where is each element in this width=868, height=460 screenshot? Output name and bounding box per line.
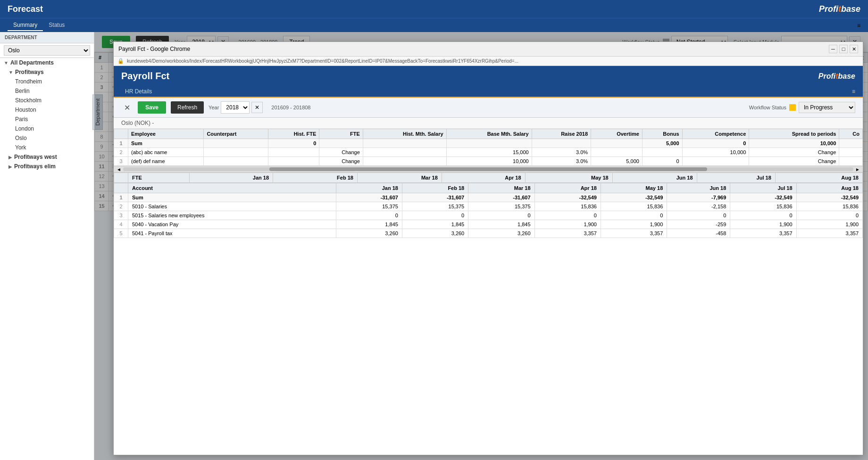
hr-col-employee: Employee [128, 129, 204, 139]
hr-cell: 10,000 [749, 139, 839, 148]
hr-cell [204, 148, 268, 157]
tree-item-berlin[interactable]: Berlin [0, 86, 94, 96]
acct-col-feb: Feb 18 [402, 183, 468, 193]
oslo-label: Oslo (NOK) - [114, 118, 863, 129]
modal-close-button[interactable]: ✕ [850, 45, 858, 53]
inner-close-button[interactable]: ✕ [121, 102, 133, 113]
period-col-jun: Jun 18 [612, 173, 697, 183]
dept-select[interactable]: Oslo [4, 45, 90, 56]
account-table-row: 55041 - Payroll tax3,2603,2603,2603,3573… [114, 229, 863, 238]
tree-item-stockholm[interactable]: Stockholm [0, 96, 94, 105]
tree-item-trondheim[interactable]: Trondheim [0, 77, 94, 86]
payroll-header: Payroll Fct Profitbase [114, 66, 863, 86]
inner-refresh-button[interactable]: Refresh [171, 101, 204, 114]
account-cell: 0 [402, 211, 468, 220]
inner-year-group: Year 2018 ✕ [209, 101, 263, 114]
account-cell: 1 [114, 193, 128, 202]
hr-col-counterpart: Counterpart [204, 129, 268, 139]
tree-item-profitways[interactable]: ▼ Profitways [0, 67, 94, 77]
account-cell: 5040 - Vacation Pay [128, 220, 336, 229]
tree-item-oslo[interactable]: Oslo [0, 133, 94, 143]
hr-cell: 10,000 [446, 157, 532, 166]
account-cell: 1,900 [601, 220, 667, 229]
tree-label: All Departments [10, 59, 54, 66]
acct-col-apr: Apr 18 [534, 183, 601, 193]
hr-table-row: 1Sum05,000010,000 [114, 139, 863, 148]
hr-col-bonus: Bonus [642, 129, 682, 139]
tree-item-profitways-elim[interactable]: ▶ Profitways elim [0, 162, 94, 171]
modal-url-text: kundeweb4/Demo/workbooks/Index/ForecastH… [127, 58, 518, 64]
hr-cell: 10,000 [682, 148, 749, 157]
inner-year-clear[interactable]: ✕ [251, 102, 263, 113]
scrollbar-thumb [269, 167, 708, 171]
hr-cell [204, 139, 268, 148]
hr-cell [204, 157, 268, 166]
payroll-nav: HR Details ≡ [114, 86, 863, 98]
scroll-right-btn[interactable]: ► [853, 167, 862, 172]
account-cell: 1,900 [730, 220, 796, 229]
payroll-nav-menu[interactable]: ≡ [852, 88, 855, 95]
hamburger-menu[interactable]: ≡ [857, 22, 860, 29]
tree-item-paris[interactable]: Paris [0, 115, 94, 124]
dept-select-wrapper: Oslo [0, 43, 94, 58]
tree-item-york[interactable]: York [0, 143, 94, 152]
account-cell: -7,969 [667, 193, 730, 202]
hr-col-raise: Raise 2018 [532, 129, 591, 139]
hr-cell: 0 [268, 139, 319, 148]
account-cell: 15,375 [336, 202, 402, 211]
hr-cell: 5,000 [591, 157, 643, 166]
modal-maximize-button[interactable]: □ [839, 45, 848, 53]
hr-cell [532, 139, 591, 148]
tree-item-houston[interactable]: Houston [0, 105, 94, 115]
period-table-wrapper: FTE Jan 18 Feb 18 Mar 18 Apr 18 May 18 J… [114, 172, 863, 183]
modal-browser-title: Payroll Fct - Google Chrome [118, 46, 190, 52]
hr-details-link[interactable]: HR Details [121, 86, 156, 98]
account-cell: 0 [601, 211, 667, 220]
modal-titlebar: Payroll Fct - Google Chrome ─ □ ✕ [114, 42, 863, 57]
inner-workflow-label: Workflow Status [749, 105, 786, 110]
hr-cell [682, 157, 749, 166]
hr-cell [363, 157, 446, 166]
hr-cell: 5,000 [642, 139, 682, 148]
hr-cell [268, 148, 319, 157]
hr-col-co: Co [839, 129, 863, 139]
hr-cell: 3 [114, 157, 128, 166]
account-cell: 5 [114, 229, 128, 238]
account-table-row: 25010 - Salaries15,37515,37515,37515,836… [114, 202, 863, 211]
toggle-pw-elim: ▶ [8, 164, 12, 169]
account-cell: -31,607 [402, 193, 468, 202]
tab-summary[interactable]: Summary [8, 20, 43, 31]
hr-col-competence: Competence [682, 129, 749, 139]
hr-cell [363, 148, 446, 157]
account-cell: 5041 - Payroll tax [128, 229, 336, 238]
modal-minimize-button[interactable]: ─ [829, 45, 837, 53]
hr-cell: Change [319, 157, 363, 166]
account-cell: -31,607 [468, 193, 534, 202]
tree-item-profitways-west[interactable]: ▶ Profitways west [0, 152, 94, 162]
modal-titlebar-buttons: ─ □ ✕ [829, 45, 858, 53]
tree-label-trondheim: Trondheim [15, 78, 42, 85]
hr-cell: 1 [114, 139, 128, 148]
inner-status-select[interactable]: In Progress [799, 102, 855, 113]
inner-save-button[interactable]: Save [138, 101, 166, 114]
tree-label-stockholm: Stockholm [15, 97, 42, 104]
hr-table-row: 3(def) def nameChange10,0003.0%5,0000Cha… [114, 157, 863, 166]
scrollbar-track[interactable] [123, 167, 853, 171]
tab-status[interactable]: Status [43, 20, 70, 31]
hr-table: Employee Counterpart Hist. FTE FTE Hist.… [114, 129, 863, 166]
modal-url-bar: 🔒 kundeweb4/Demo/workbooks/Index/Forecas… [114, 57, 863, 66]
tree-item-london[interactable]: London [0, 124, 94, 133]
hr-cell: Change [749, 157, 839, 166]
tree-item-all-departments[interactable]: ▼ All Departments [0, 58, 94, 67]
account-cell: 1,845 [336, 220, 402, 229]
horizontal-scrollbar[interactable]: ◄ ► [114, 166, 863, 172]
scroll-left-btn[interactable]: ◄ [115, 167, 123, 172]
period-col-apr: Apr 18 [442, 173, 525, 183]
account-cell: 5010 - Salaries [128, 202, 336, 211]
account-cell: 15,375 [468, 202, 534, 211]
account-cell: 15,375 [402, 202, 468, 211]
account-cell: -458 [667, 229, 730, 238]
account-cell: 3,260 [468, 229, 534, 238]
inner-year-select[interactable]: 2018 [221, 101, 250, 114]
hr-cell: Change [319, 148, 363, 157]
